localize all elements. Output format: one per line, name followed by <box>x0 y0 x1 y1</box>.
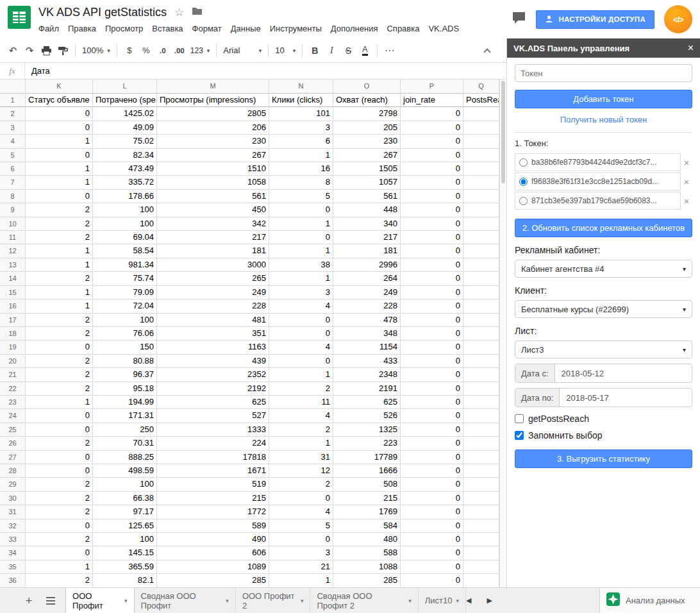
format-percent-icon[interactable]: % <box>138 43 154 58</box>
cell[interactable]: 4 <box>269 340 333 354</box>
cell[interactable]: 888.25 <box>93 451 157 464</box>
cell[interactable]: 228 <box>157 299 269 313</box>
row-number[interactable]: 10 <box>0 217 26 231</box>
token-radio[interactable] <box>519 178 528 186</box>
cell[interactable] <box>463 107 499 121</box>
cell[interactable] <box>463 203 499 217</box>
cell[interactable]: 0 <box>401 231 463 244</box>
addon-code-icon[interactable]: </> <box>664 5 692 33</box>
cell[interactable]: 0 <box>26 464 93 478</box>
token-radio[interactable] <box>519 197 528 205</box>
cell[interactable]: 0 <box>26 519 93 533</box>
cell[interactable] <box>463 135 499 148</box>
cell[interactable]: 0 <box>26 340 93 354</box>
cell[interactable]: 0 <box>401 519 463 533</box>
row-number[interactable]: 25 <box>0 423 26 437</box>
cell[interactable]: 0 <box>401 409 463 423</box>
cell[interactable]: PostsRea <box>463 94 499 107</box>
row-number[interactable]: 13 <box>0 258 26 272</box>
cell[interactable]: 2 <box>26 505 93 519</box>
cell[interactable]: 0 <box>269 231 333 244</box>
cell[interactable]: 335.72 <box>93 176 157 189</box>
cell[interactable]: 2348 <box>333 368 401 382</box>
cell[interactable]: 69.04 <box>93 231 157 244</box>
cell[interactable] <box>463 176 499 189</box>
cell[interactable] <box>463 451 499 464</box>
text-color-icon[interactable]: A <box>357 43 372 58</box>
row-number[interactable]: 22 <box>0 382 26 396</box>
cell[interactable] <box>463 340 499 354</box>
cell[interactable]: 217 <box>333 231 401 244</box>
row-number[interactable]: 28 <box>0 464 26 478</box>
cell[interactable]: 1505 <box>333 162 401 176</box>
row-number[interactable]: 29 <box>0 478 26 491</box>
cell[interactable]: 508 <box>333 478 401 491</box>
menu-item[interactable]: Инструменты <box>265 22 326 35</box>
select-all-corner[interactable] <box>0 80 26 94</box>
cell[interactable]: 2 <box>26 437 93 450</box>
cell[interactable]: 1 <box>26 560 93 574</box>
cell[interactable]: 75.74 <box>93 272 157 285</box>
scrollbar-thumb[interactable] <box>501 81 505 183</box>
cell[interactable] <box>463 231 499 244</box>
cell[interactable]: 1089 <box>157 560 269 574</box>
cell[interactable]: 2 <box>26 368 93 382</box>
row-number[interactable]: 20 <box>0 355 26 368</box>
cell[interactable]: 473.49 <box>93 162 157 176</box>
cell[interactable]: 2798 <box>333 107 401 121</box>
token-radio[interactable] <box>519 158 528 167</box>
row-number[interactable]: 6 <box>0 162 26 176</box>
cell[interactable]: 1163 <box>157 340 269 354</box>
cell[interactable] <box>463 217 499 231</box>
cell[interactable]: 0 <box>401 574 463 587</box>
cell[interactable]: 1772 <box>157 505 269 519</box>
cell[interactable]: 1 <box>26 286 93 299</box>
cell[interactable]: 1325 <box>333 423 401 437</box>
row-number[interactable]: 4 <box>0 135 26 148</box>
row-number[interactable]: 2 <box>0 107 26 121</box>
cell[interactable]: 181 <box>333 244 401 258</box>
cell[interactable] <box>463 355 499 368</box>
cell[interactable]: 100 <box>93 217 157 231</box>
cell[interactable]: 0 <box>269 533 333 546</box>
chevron-down-icon[interactable]: ▾ <box>456 598 460 604</box>
cell[interactable] <box>463 519 499 533</box>
cell[interactable]: 250 <box>93 423 157 437</box>
cell[interactable]: 0 <box>269 203 333 217</box>
cell[interactable] <box>463 382 499 396</box>
cell[interactable]: 365.59 <box>93 560 157 574</box>
cell[interactable]: 3 <box>269 546 333 560</box>
cell[interactable]: 82.34 <box>93 149 157 162</box>
document-title[interactable]: VK ADS API getStatistics <box>38 6 167 19</box>
cell[interactable]: 150 <box>93 340 157 354</box>
row-number[interactable]: 12 <box>0 244 26 258</box>
cell[interactable]: 0 <box>401 423 463 437</box>
cell[interactable]: 625 <box>157 396 269 409</box>
chevron-down-icon[interactable]: ▾ <box>226 598 229 604</box>
cell[interactable]: 0 <box>401 107 463 121</box>
cell[interactable]: 224 <box>157 437 269 450</box>
cell[interactable]: 249 <box>157 286 269 299</box>
cell[interactable]: 194.99 <box>93 396 157 409</box>
more-formats-select[interactable]: 123 ▾ <box>188 43 212 58</box>
remove-token-icon[interactable]: × <box>681 196 692 206</box>
cell[interactable]: 588 <box>333 546 401 560</box>
cell[interactable]: 5 <box>269 519 333 533</box>
row-number[interactable]: 15 <box>0 286 26 299</box>
vertical-scrollbar[interactable] <box>499 80 506 587</box>
cell[interactable] <box>463 492 499 505</box>
cell[interactable]: 0 <box>401 149 463 162</box>
cell[interactable]: 2352 <box>157 368 269 382</box>
cell[interactable]: 1 <box>269 217 333 231</box>
scroll-tabs-left-icon[interactable]: ◀ <box>466 596 471 605</box>
row-number[interactable]: 33 <box>0 533 26 546</box>
cell[interactable]: 3 <box>269 286 333 299</box>
menu-item[interactable]: Формат <box>188 22 226 35</box>
cell[interactable]: 1088 <box>333 560 401 574</box>
cell[interactable]: 31 <box>269 451 333 464</box>
cell[interactable]: 8 <box>269 176 333 189</box>
chevron-down-icon[interactable]: ▾ <box>301 598 304 604</box>
cell[interactable]: 606 <box>157 546 269 560</box>
cell[interactable]: 21 <box>269 560 333 574</box>
cell[interactable] <box>463 162 499 176</box>
